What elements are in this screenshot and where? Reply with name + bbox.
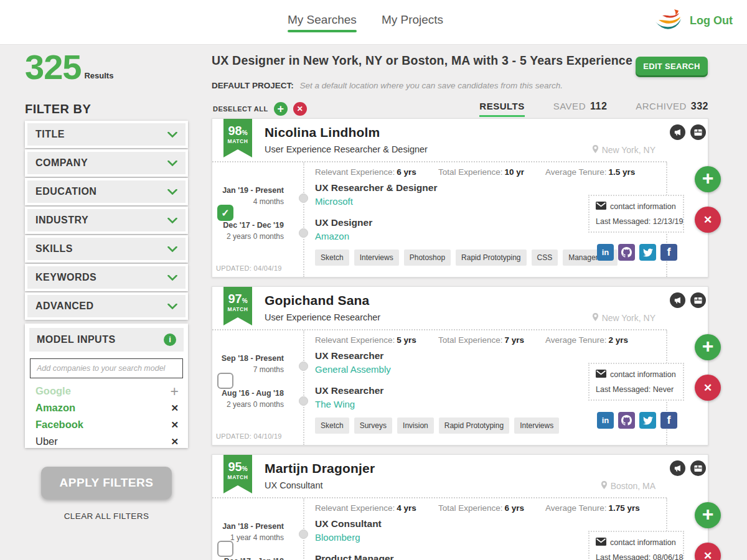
- filter-label: TITLE: [35, 129, 65, 140]
- job-dates: Jan '19 - Present4 months: [212, 186, 284, 206]
- select-candidate-checkbox[interactable]: ✓: [217, 373, 233, 389]
- job-entry: UX DesignerAmazon: [315, 217, 583, 241]
- job-role: UX Researcher: [315, 385, 583, 396]
- github-icon[interactable]: [618, 412, 635, 429]
- location-pin-icon: [592, 144, 599, 156]
- last-messaged: Last Messaged: Never: [596, 385, 677, 394]
- job-company-link[interactable]: Microsoft: [315, 196, 583, 207]
- select-all-plus-button[interactable]: +: [274, 102, 288, 116]
- grid-layout-icon[interactable]: [690, 460, 706, 476]
- job-company-link[interactable]: General Assembly: [315, 364, 583, 375]
- remove-company-button[interactable]: ✕: [171, 419, 179, 431]
- tab-saved-count: 112: [590, 101, 607, 111]
- social-links: in f: [597, 244, 677, 261]
- skill-tag: CSS: [532, 250, 558, 266]
- logout-button[interactable]: Log Out: [690, 14, 733, 27]
- job-company-link[interactable]: Bloomberg: [315, 532, 583, 543]
- match-word: MATCH: [223, 138, 252, 144]
- megaphone-icon[interactable]: [670, 124, 685, 140]
- megaphone-icon[interactable]: [670, 460, 685, 476]
- filter-label: SKILLS: [35, 243, 73, 254]
- twitter-icon[interactable]: [639, 412, 656, 429]
- add-candidate-button[interactable]: +: [695, 166, 721, 192]
- results-number: 325: [25, 50, 81, 85]
- reject-candidate-button[interactable]: ✕: [695, 375, 721, 401]
- candidate-location: New York, NY: [592, 144, 655, 156]
- filter-accordion-education[interactable]: EDUCATION: [25, 178, 188, 205]
- company-name: Facebook: [35, 419, 83, 431]
- job-company-link[interactable]: Amazon: [315, 231, 583, 241]
- job-company-link[interactable]: The Wing: [315, 399, 583, 409]
- remove-company-button[interactable]: ✕: [171, 403, 179, 414]
- chevron-down-icon: [167, 215, 177, 226]
- experience-stats: Relevant Experience:4 yrs Total Experien…: [315, 503, 640, 513]
- updated-date: UPDATED: 04/10/19: [216, 432, 282, 440]
- reject-candidate-button[interactable]: ✕: [695, 543, 721, 560]
- nav-tab-my-searches[interactable]: My Searches: [288, 13, 357, 32]
- deselect-all-group: DESELECT ALL + ✕: [213, 102, 307, 116]
- candidate-name[interactable]: Martijn Dragonjer: [265, 461, 375, 476]
- linkedin-icon[interactable]: in: [597, 412, 614, 429]
- envelope-icon: [596, 538, 606, 548]
- facebook-icon[interactable]: f: [660, 244, 677, 261]
- skill-tags: SketchSurveysInvisionRapid PrototypingIn…: [315, 418, 559, 434]
- grid-layout-icon[interactable]: [690, 292, 706, 308]
- select-candidate-checkbox[interactable]: ✓: [217, 541, 233, 557]
- total-experience: Total Experience:6 yrs: [438, 503, 545, 513]
- average-tenure: Average Tenure:1.5 yrs: [545, 167, 635, 177]
- candidate-name[interactable]: Nicolina Lindholm: [265, 125, 380, 140]
- apply-filters-button[interactable]: APPLY FILTERS: [41, 467, 172, 499]
- filter-accordion-advanced[interactable]: ADVANCED: [25, 292, 188, 320]
- location-pin-icon: [592, 312, 599, 324]
- tab-archived-label: ARCHIVED: [636, 101, 687, 111]
- clear-all-filters-button[interactable]: CLEAR ALL FILTERS: [25, 511, 188, 521]
- candidate-body: ✓ Relevant Experience:6 yrs Total Experi…: [212, 162, 708, 277]
- filter-accordion-keywords[interactable]: KEYWORDS: [25, 264, 188, 291]
- grid-layout-icon[interactable]: [690, 124, 706, 140]
- candidate-body: ✓ Relevant Experience:5 yrs Total Experi…: [212, 330, 708, 445]
- remove-company-button[interactable]: ✕: [171, 436, 179, 447]
- average-tenure: Average Tenure:1.75 yrs: [545, 503, 640, 513]
- add-candidate-button[interactable]: +: [695, 502, 721, 528]
- job-dates: Sep '18 - Present7 months: [212, 354, 284, 374]
- contact-info-box[interactable]: contact information Last Messaged: 08/06…: [588, 531, 684, 560]
- add-candidate-button[interactable]: +: [695, 334, 721, 360]
- candidate-current-title: UX Consultant: [265, 480, 323, 490]
- job-entry: Product Manager: [315, 553, 583, 560]
- megaphone-icon[interactable]: [670, 292, 685, 308]
- reject-candidate-button[interactable]: ✕: [695, 207, 721, 233]
- default-project-hint[interactable]: Set a default location where you can sav…: [300, 81, 563, 90]
- default-project-label: DEFAULT PROJECT:: [212, 81, 294, 90]
- tab-results[interactable]: RESULTS: [479, 101, 524, 117]
- tab-saved[interactable]: SAVED112: [553, 101, 608, 112]
- company-name: Amazon: [35, 402, 75, 414]
- add-company-button[interactable]: +: [171, 385, 179, 398]
- filter-accordion-skills[interactable]: SKILLS: [25, 235, 188, 263]
- filter-list: TITLE COMPANY EDUCATION INDUSTRY: [25, 121, 188, 321]
- linkedin-icon[interactable]: in: [597, 244, 614, 261]
- filter-accordion-company[interactable]: COMPANY: [25, 149, 188, 177]
- deselect-all-cross-button[interactable]: ✕: [293, 102, 307, 116]
- average-tenure: Average Tenure:2 yrs: [545, 335, 628, 345]
- twitter-icon[interactable]: [639, 244, 656, 261]
- contact-info-box[interactable]: contact information Last Messaged: 12/13…: [588, 195, 684, 233]
- info-icon[interactable]: i: [164, 334, 176, 346]
- chevron-down-icon: [167, 157, 177, 169]
- filter-label: COMPANY: [35, 157, 88, 169]
- location-text: New York, NY: [602, 313, 655, 323]
- contact-info-box[interactable]: contact information Last Messaged: Never: [588, 363, 684, 401]
- filter-accordion-industry[interactable]: INDUSTRY: [25, 207, 188, 234]
- add-company-input[interactable]: [30, 358, 183, 378]
- search-title: UX Designer in New York, NY or Boston, M…: [212, 54, 632, 68]
- tab-archived[interactable]: ARCHIVED332: [636, 101, 708, 112]
- model-company-row: Google +: [29, 383, 184, 399]
- filter-accordion-title[interactable]: TITLE: [25, 121, 188, 148]
- select-candidate-checkbox[interactable]: ✓: [217, 205, 233, 221]
- envelope-icon: [596, 202, 606, 212]
- github-icon[interactable]: [618, 244, 635, 261]
- facebook-icon[interactable]: f: [660, 412, 677, 429]
- edit-search-button[interactable]: EDIT SEARCH: [636, 57, 708, 75]
- candidate-name[interactable]: Gopichand Sana: [265, 293, 370, 308]
- nav-tab-my-projects[interactable]: My Projects: [382, 13, 443, 32]
- match-word: MATCH: [223, 474, 252, 480]
